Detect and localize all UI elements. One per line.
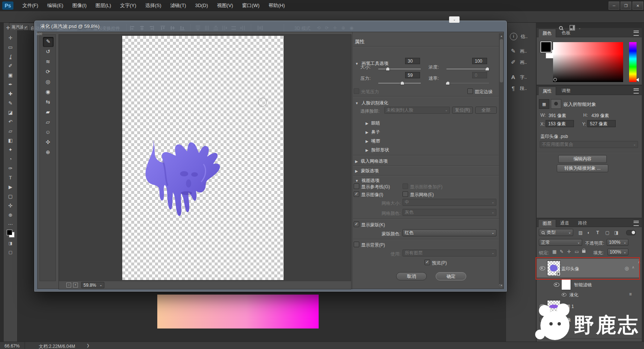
clone-stamp-tool[interactable]: ◪ bbox=[7, 109, 14, 116]
layer-thumbnail[interactable] bbox=[547, 261, 561, 276]
cancel-button[interactable]: 取消 bbox=[396, 272, 427, 280]
foreground-swatch[interactable] bbox=[540, 41, 552, 53]
auto-select-checkbox[interactable]: ✓ bbox=[23, 25, 29, 31]
eyes-section[interactable]: ▶眼睛 bbox=[366, 120, 380, 126]
preview-checkbox[interactable]: ✓ bbox=[424, 260, 430, 265]
liquify-filter-row[interactable]: 液化 ≡ bbox=[537, 291, 640, 298]
smart-filter-fx-icon[interactable]: ◎ bbox=[625, 265, 629, 271]
bloat-tool[interactable]: ◉ bbox=[43, 87, 53, 97]
panel-menu-icon[interactable] bbox=[634, 88, 639, 94]
x-input[interactable]: 153 像素 bbox=[546, 120, 574, 127]
face-shape-section[interactable]: ▶脸部形状 bbox=[366, 147, 389, 153]
face-tool[interactable]: ☺ bbox=[43, 128, 53, 137]
face-all-button[interactable]: 全部 bbox=[475, 107, 497, 114]
layer-name[interactable]: 椭圆 1 bbox=[561, 304, 574, 310]
hand-tool[interactable]: ✣ bbox=[43, 138, 53, 147]
filter-name[interactable]: 液化 bbox=[569, 292, 578, 298]
workspace-chevron-icon[interactable]: ⌄ bbox=[578, 26, 581, 30]
scroll-up-icon[interactable]: ˄ bbox=[638, 260, 640, 264]
pin-edges-checkbox[interactable]: ✓ bbox=[467, 88, 473, 94]
edit-contents-button[interactable]: 编辑内容 bbox=[558, 155, 607, 163]
lock-transparency-icon[interactable]: ▦ bbox=[552, 249, 556, 254]
lasso-tool[interactable]: ʆ bbox=[7, 53, 14, 60]
freeze-mask-tool[interactable]: ▰ bbox=[43, 107, 53, 117]
brush-density-slider[interactable] bbox=[446, 69, 489, 69]
pen-tool[interactable]: ✑ bbox=[7, 165, 14, 172]
properties-scrollbar[interactable]: ▲ ▼ bbox=[499, 34, 504, 288]
layer-thumbnail[interactable] bbox=[547, 300, 561, 312]
zoom-in-button[interactable]: + bbox=[73, 283, 78, 287]
color-field[interactable] bbox=[553, 42, 623, 82]
menu-view[interactable]: 视图(V) bbox=[212, 0, 237, 11]
brush-size-input[interactable]: 30 bbox=[405, 58, 420, 64]
marquee-tool[interactable]: ▭ bbox=[7, 44, 14, 51]
quick-selection-tool[interactable]: ✐ bbox=[7, 62, 14, 70]
quick-mask-icon[interactable]: ◨ bbox=[7, 239, 14, 247]
forward-warp-tool[interactable]: ✎ bbox=[43, 37, 54, 47]
hand-tool[interactable]: ✣ bbox=[7, 202, 14, 210]
panel-paragraph[interactable]: ¶段.. bbox=[510, 85, 527, 92]
visibility-eye-icon[interactable] bbox=[562, 293, 566, 296]
visibility-eye-icon[interactable] bbox=[540, 304, 545, 308]
eyedropper-tool[interactable]: ✒ bbox=[7, 81, 14, 88]
view-options-section[interactable]: ▼视图选项 bbox=[355, 177, 379, 184]
mask-color-dropdown[interactable]: 红色⌄ bbox=[402, 229, 496, 236]
zoom-level[interactable]: 66.67% bbox=[4, 343, 20, 349]
brush-pressure-slider[interactable] bbox=[378, 83, 421, 84]
panel-info[interactable]: i信.. bbox=[510, 33, 528, 40]
layer-thumbnail[interactable] bbox=[547, 327, 561, 338]
lock-artboard-icon[interactable]: ▭ bbox=[575, 249, 579, 254]
liquify-canvas[interactable]: − + 59.8%⌄ bbox=[59, 34, 351, 289]
layer-row-stamped-avatar[interactable]: 盖印头像 ◎ ˄ bbox=[537, 259, 640, 277]
workspace-dropdown[interactable]: ⌄ bbox=[449, 16, 460, 23]
load-mesh-section[interactable]: ▶载入网格选项 bbox=[355, 158, 388, 164]
healing-brush-tool[interactable]: ✚ bbox=[7, 90, 14, 98]
visibility-checkbox[interactable]: ✓ bbox=[540, 317, 544, 322]
mesh-size-dropdown[interactable]: 中⌄ bbox=[402, 199, 496, 206]
resize-grip[interactable] bbox=[499, 284, 503, 288]
filter-pixel-icon[interactable]: ▨ bbox=[578, 230, 583, 235]
brush-rate-input[interactable]: 0 bbox=[472, 72, 487, 78]
smooth-tool[interactable]: ≋ bbox=[43, 57, 53, 66]
layer-filter-dropdown[interactable]: 类型⌄ bbox=[539, 229, 573, 236]
tab-adjustments[interactable]: 调整 bbox=[558, 87, 575, 95]
show-guides-checkbox[interactable]: ✓ bbox=[354, 183, 359, 189]
face-reset-button[interactable]: 复位(R) bbox=[452, 107, 473, 114]
layer-name[interactable]: 盖印头像 bbox=[561, 266, 579, 272]
zoom-tool[interactable]: ⊕ bbox=[7, 211, 14, 219]
hue-slider[interactable] bbox=[629, 42, 637, 82]
close-button[interactable]: ✕ bbox=[632, 1, 643, 10]
filter-toggle[interactable] bbox=[626, 230, 636, 235]
history-brush-tool[interactable]: ↶ bbox=[7, 118, 14, 126]
pucker-tool[interactable]: ◎ bbox=[43, 77, 53, 87]
gradient-tool[interactable]: ◧ bbox=[7, 137, 14, 144]
screen-mode-icon[interactable]: ▢ bbox=[7, 248, 14, 256]
face-liquify-section[interactable]: ▼人脸识别液化 bbox=[355, 100, 388, 106]
lock-position-icon[interactable]: ✛ bbox=[567, 249, 571, 254]
eraser-tool[interactable]: ▱ bbox=[7, 128, 14, 135]
type-tool[interactable]: T bbox=[7, 174, 14, 182]
path-selection-tool[interactable]: ▶ bbox=[7, 183, 14, 191]
panel-menu-icon[interactable] bbox=[634, 221, 639, 226]
tab-channels[interactable]: 通道 bbox=[556, 219, 573, 227]
push-left-tool[interactable]: ⇆ bbox=[43, 97, 53, 107]
reconstruct-tool[interactable]: ↺ bbox=[43, 47, 53, 56]
mouth-section[interactable]: ▶嘴唇 bbox=[366, 138, 380, 144]
filter-smart-object-icon[interactable]: ◨ bbox=[614, 230, 618, 235]
show-mask-checkbox[interactable]: ✓ bbox=[354, 221, 359, 227]
filter-type-icon[interactable]: T bbox=[596, 230, 599, 235]
layer-comp-dropdown[interactable]: 不应用图层复合⌄ bbox=[540, 141, 638, 148]
lock-pixels-icon[interactable]: ✎ bbox=[560, 249, 564, 254]
twirl-clockwise-tool[interactable]: ⟳ bbox=[43, 67, 53, 76]
search-icon[interactable] bbox=[559, 26, 563, 30]
nose-section[interactable]: ▶鼻子 bbox=[366, 129, 380, 135]
tab-paths[interactable]: 路径 bbox=[574, 219, 591, 227]
tab-layers[interactable]: 图层 bbox=[538, 219, 556, 227]
tool-preset-chevron-icon[interactable]: ⌄ bbox=[13, 27, 16, 30]
hue-slider-thumb[interactable] bbox=[636, 78, 639, 82]
y-input[interactable]: 527 像素 bbox=[587, 120, 616, 127]
scrollbar-thumb[interactable] bbox=[500, 39, 503, 82]
layer-row-avatar[interactable]: ✓ 头像 bbox=[537, 314, 640, 325]
filter-shape-icon[interactable]: ▢ bbox=[605, 230, 609, 235]
filter-adjustment-icon[interactable]: ◐ bbox=[587, 230, 590, 235]
